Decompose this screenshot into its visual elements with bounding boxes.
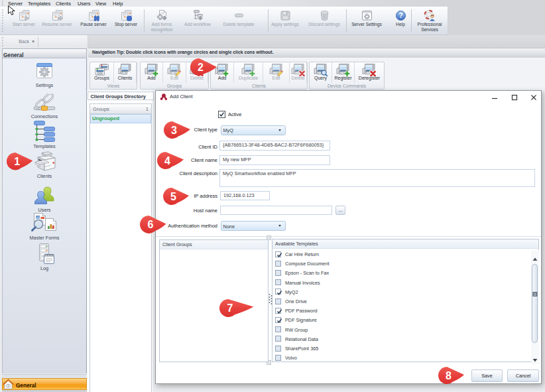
svg-text:8: 8 — [446, 370, 452, 381]
svg-text:3: 3 — [171, 125, 177, 136]
svg-text:6: 6 — [148, 219, 154, 230]
svg-text:7: 7 — [227, 302, 233, 314]
svg-text:?: ? — [398, 12, 402, 19]
svg-text:5: 5 — [170, 191, 176, 202]
svg-text:4: 4 — [164, 155, 170, 166]
svg-text:2: 2 — [198, 62, 204, 73]
svg-text:1: 1 — [14, 156, 20, 167]
